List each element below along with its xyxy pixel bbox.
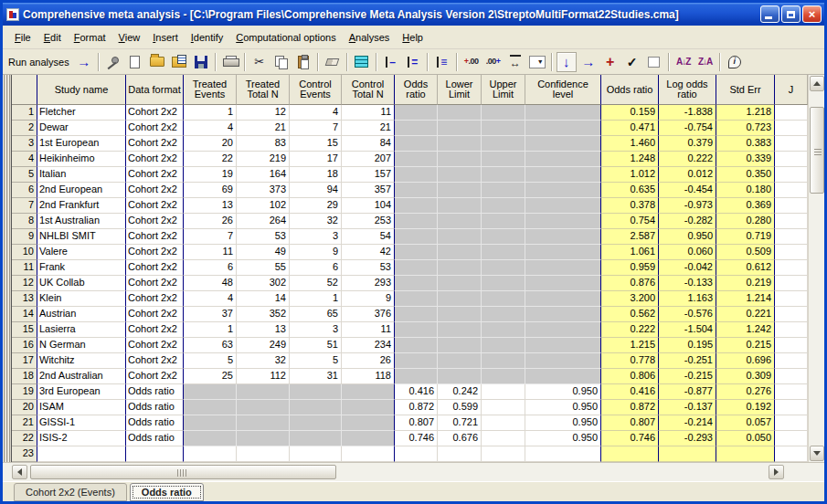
cell-yor[interactable]: 3.200 [601,291,659,307]
menu-item-help[interactable]: Help [396,28,429,47]
cell-te[interactable]: 26 [184,214,237,229]
cell-ylog[interactable]: 0.060 [659,245,716,260]
cell-study[interactable]: NHLBI SMIT [37,229,126,245]
cell-or[interactable]: 0.746 [395,431,438,446]
cell-cl[interactable] [525,105,601,121]
cell-te[interactable]: 1 [184,105,237,121]
scroll-right-button[interactable] [769,465,784,479]
menu-item-insert[interactable]: Insert [146,28,185,47]
cell-ce[interactable] [290,431,342,446]
cell-yor[interactable]: 0.872 [601,400,659,415]
cell-or[interactable] [395,338,438,353]
cell-ce[interactable]: 29 [290,198,342,214]
cell-study[interactable]: Dewar [37,121,126,136]
row-number[interactable]: 7 [12,198,37,214]
cell-ystd[interactable]: 0.219 [716,276,775,291]
cell-study[interactable]: Valere [37,245,126,260]
cell-fmt[interactable]: Cohort 2x2 [126,245,184,260]
cell-ll[interactable] [438,276,482,291]
cell-te[interactable]: 4 [184,121,237,136]
cell-ystd[interactable]: 0.350 [716,167,775,183]
menu-item-identify[interactable]: Identify [185,28,229,47]
cell-ctn[interactable]: 54 [342,229,395,245]
cell-ctn[interactable] [342,400,395,415]
vertical-scrollbar[interactable] [808,75,824,462]
cell-ttn[interactable] [237,431,290,446]
cell-ctn[interactable]: 104 [342,198,395,214]
cell-ce[interactable]: 4 [290,105,342,121]
cell-or[interactable] [395,353,438,369]
cell-study[interactable]: 3rd European [37,384,126,400]
cell-ttn[interactable] [237,446,290,462]
col-header-ul[interactable]: Upper Limit [482,75,525,105]
cell-fmt[interactable]: Cohort 2x2 [126,229,184,245]
cell-or[interactable] [395,121,438,136]
cell-j[interactable] [775,105,808,121]
cell-ll[interactable]: 0.599 [438,400,482,415]
cell-ce[interactable] [290,415,342,431]
cell-study[interactable]: N German [37,338,126,353]
cell-ul[interactable] [482,260,525,276]
cell-ctn[interactable] [342,415,395,431]
cell-or[interactable] [395,276,438,291]
decrease-decimals-button[interactable]: .00 [483,52,504,72]
cell-or[interactable] [395,214,438,229]
cell-ystd[interactable]: 0.280 [716,214,775,229]
cell-ul[interactable] [482,446,525,462]
cell-ctn[interactable]: 26 [342,353,395,369]
cell-j[interactable] [775,338,808,353]
cell-te[interactable] [184,384,237,400]
cell-cl[interactable]: 0.950 [525,384,601,400]
cell-te[interactable]: 5 [184,353,237,369]
cell-cl[interactable] [525,167,601,183]
cell-study[interactable]: 1st European [37,136,126,152]
cell-study[interactable]: GISSI-1 [37,415,126,431]
cell-study[interactable]: Witchitz [37,353,126,369]
cell-ul[interactable] [482,245,525,260]
cell-ll[interactable] [438,369,482,384]
cell-ylog[interactable]: -0.754 [659,121,716,136]
cell-ul[interactable] [482,152,525,167]
cell-ylog[interactable]: -0.042 [659,260,716,276]
cell-ctn[interactable]: 234 [342,338,395,353]
cell-j[interactable] [775,245,808,260]
cell-or[interactable] [395,307,438,322]
cell-j[interactable] [775,167,808,183]
cell-te[interactable] [184,400,237,415]
cell-ystd[interactable]: 0.221 [716,307,775,322]
cell-ystd[interactable]: 1.218 [716,105,775,121]
cell-ll[interactable] [438,229,482,245]
cell-ul[interactable] [482,384,525,400]
cell-cl[interactable] [525,229,601,245]
cell-ttn[interactable]: 12 [237,105,290,121]
insert-blank-rows-button[interactable]: ≡ [432,52,452,72]
row-number[interactable]: 17 [12,353,37,369]
cell-te[interactable]: 20 [184,136,237,152]
cell-ystd[interactable]: 0.215 [716,338,775,353]
cell-cl[interactable] [525,276,601,291]
cell-ttn[interactable]: 49 [237,245,290,260]
cell-ll[interactable] [438,121,482,136]
cell-fmt[interactable]: Cohort 2x2 [126,198,184,214]
cell-or[interactable] [395,446,438,462]
cell-ylog[interactable] [659,446,716,462]
cell-te[interactable]: 37 [184,307,237,322]
cell-ylog[interactable]: -0.293 [659,431,716,446]
cell-ylog[interactable]: -0.251 [659,353,716,369]
cell-fmt[interactable]: Cohort 2x2 [126,307,184,322]
maximize-button[interactable] [781,5,800,23]
cell-study[interactable]: ISAM [37,400,126,415]
cell-te[interactable]: 1 [184,322,237,338]
cell-ttn[interactable] [237,415,290,431]
cell-j[interactable] [775,152,808,167]
col-header-yor[interactable]: Odds ratio [601,75,659,105]
cell-ttn[interactable]: 302 [237,276,290,291]
cell-yor[interactable]: 0.416 [601,384,659,400]
cell-te[interactable]: 6 [184,260,237,276]
cell-cl[interactable] [525,291,601,307]
cell-j[interactable] [775,136,808,152]
row-number[interactable]: 16 [12,338,37,353]
cell-ctn[interactable] [342,431,395,446]
cell-or[interactable] [395,229,438,245]
cell-j[interactable] [775,276,808,291]
